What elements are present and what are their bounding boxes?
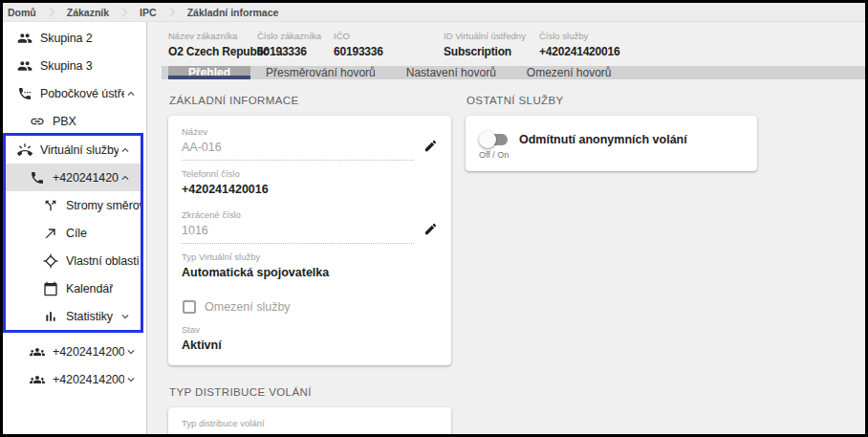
chevron-right-icon xyxy=(117,6,132,19)
edit-icon[interactable] xyxy=(423,139,438,153)
sidebar-item-label: PBX xyxy=(53,115,76,128)
field-label: Číslo služby xyxy=(539,31,620,41)
toggle-off-icon[interactable] xyxy=(481,131,508,148)
link-icon xyxy=(30,114,45,129)
field-label: Typ distribuce volání xyxy=(182,418,438,428)
ring-volume-icon xyxy=(17,142,33,158)
field-label: Typ Virtuální služby xyxy=(182,251,438,262)
tab-omezeni-hovoru[interactable]: Omezení hovorů xyxy=(511,66,627,79)
chevron-right-icon xyxy=(44,6,59,19)
breadcrumb-item-current: Základní informace xyxy=(187,7,279,18)
tab-prehled[interactable]: Přehled xyxy=(168,66,250,79)
chevron-down-icon xyxy=(119,310,132,323)
toggle-thumb xyxy=(479,131,496,148)
chevron-up-icon xyxy=(124,87,138,100)
diamond-icon xyxy=(43,253,58,269)
field-value: AA-016 xyxy=(182,141,414,160)
service-restriction-checkbox[interactable]: Omezení služby xyxy=(183,300,438,314)
distribution-card: Typ distribuce volání Strom směrování St… xyxy=(168,407,451,434)
status-value: Aktivní xyxy=(182,339,438,354)
sidebar-item-skupina-3[interactable]: Skupina 3 xyxy=(3,52,146,79)
arrow-up-right-icon xyxy=(43,226,58,241)
service-number-field: Číslo služby +420241420016 xyxy=(539,31,620,58)
field-label: IČO xyxy=(334,31,444,41)
chevron-up-icon xyxy=(119,171,132,185)
sidebar-item-label: Skupina 3 xyxy=(40,59,93,73)
sidebar-item-label: +420241420016 xyxy=(53,171,119,185)
phone-settings-icon xyxy=(17,86,33,101)
sidebar-item-label: Virtuální služby xyxy=(40,143,119,157)
name-field: Název AA-016 xyxy=(182,126,414,161)
field-value: +420241420016 xyxy=(182,183,438,202)
sidebar-item-kalendar[interactable]: Kalendář xyxy=(6,274,141,302)
app-window: Domů Zákazník IPC Základní informace Sku… xyxy=(0,0,868,437)
status-field: Stav Aktivní xyxy=(182,324,438,354)
sidebar-item-label: Stromy směrování xyxy=(66,199,141,212)
sidebar-item-cile[interactable]: Cíle xyxy=(6,219,141,247)
virtual-services-selection-outline: Virtuální služby +420241420016 Stromy sm… xyxy=(3,133,143,333)
basic-info-card: Název AA-016 Telefonní číslo +4202414200… xyxy=(168,116,451,365)
field-value: 1016 xyxy=(182,224,414,243)
distribution-section-title: TYP DISTRIBUCE VOLÁNÍ xyxy=(169,386,451,398)
checkbox-icon xyxy=(183,300,196,314)
customer-number-field: Číslo zákazníka 60193336 xyxy=(257,31,334,58)
sidebar-item-skupina-2[interactable]: Skupina 2 xyxy=(3,24,146,52)
breadcrumb-item-customer[interactable]: Zákazník xyxy=(67,7,109,18)
sidebar-item-pobockove-ustredny[interactable]: Pobočkové ústředny xyxy=(3,79,146,107)
field-value: 60193336 xyxy=(334,45,444,58)
other-services-card: Odmítnutí anonymních volání Off / On xyxy=(466,116,757,171)
group-icon xyxy=(17,58,33,74)
sidebar-item-label: +420241420019 xyxy=(53,373,124,386)
breadcrumb-item-ipc[interactable]: IPC xyxy=(140,7,157,18)
anonymous-call-rejection-label: Odmítnutí anonymních volání xyxy=(519,133,687,146)
service-type-field: Typ Virtuální služby Automatická spojova… xyxy=(182,251,438,285)
chevron-up-icon xyxy=(119,143,132,157)
basic-info-section-title: ZÁKLADNÍ INFORMACE xyxy=(169,95,451,106)
field-label: Název zákazníka xyxy=(168,31,257,41)
sidebar-item-stromy-smerovani[interactable]: Stromy směrování xyxy=(6,191,141,219)
field-value: 60193336 xyxy=(257,45,334,58)
calendar-icon xyxy=(43,281,58,296)
sidebar-item-label: +420241420018 xyxy=(53,345,124,359)
field-value: Subscription xyxy=(444,45,539,58)
phone-number-field: Telefonní číslo +420241420016 xyxy=(182,168,438,202)
call-split-icon xyxy=(43,198,58,213)
sidebar-item-label: Cíle xyxy=(66,227,87,240)
breadcrumb-item-home[interactable]: Domů xyxy=(8,7,36,18)
sidebar-item-label: Statistiky xyxy=(66,310,113,323)
main-content: Název zákazníka O2 Czech Republic … Čísl… xyxy=(147,22,865,434)
field-label: Stav xyxy=(182,324,438,335)
customer-name-field: Název zákazníka O2 Czech Republic … xyxy=(168,31,257,58)
chevron-down-icon xyxy=(124,373,138,386)
chevron-down-icon xyxy=(124,345,138,359)
field-label: ID Virtuální ústředny xyxy=(444,31,539,41)
sidebar-item-statistiky[interactable]: Statistiky xyxy=(6,302,141,330)
sidebar-item-service-420241420019[interactable]: +420241420019 xyxy=(3,365,146,393)
sidebar-item-vlastni-oblasti[interactable]: Vlastní oblasti xyxy=(6,247,141,274)
tab-nastaveni-hovoru[interactable]: Nastavení hovorů xyxy=(391,66,511,79)
sidebar-item-service-420241420018[interactable]: +420241420018 xyxy=(3,338,146,365)
field-value: O2 Czech Republic … xyxy=(168,45,257,58)
edit-icon[interactable] xyxy=(423,222,438,236)
sidebar-item-label: Kalendář xyxy=(66,282,113,295)
sidebar-item-pbx[interactable]: PBX xyxy=(3,107,146,135)
phone-icon xyxy=(30,170,45,186)
field-value: +420241420016 xyxy=(539,45,620,58)
sidebar-item-service-420241420016[interactable]: +420241420016 xyxy=(6,164,141,191)
other-services-section-title: OSTATNÍ SLUŽBY xyxy=(467,95,757,106)
ico-field: IČO 60193336 xyxy=(334,31,444,58)
short-number-field: Zkrácené číslo 1016 xyxy=(182,209,414,244)
toggle-state-label: Off / On xyxy=(479,150,744,160)
field-value: Strom směrování xyxy=(182,432,438,434)
sidebar-item-label: Skupina 2 xyxy=(40,32,93,45)
field-value: Automatická spojovatelka xyxy=(182,266,438,285)
field-label: Telefonní číslo xyxy=(182,168,438,179)
sidebar-item-virtualni-sluzby[interactable]: Virtuální služby xyxy=(6,136,141,164)
field-label: Číslo zákazníka xyxy=(257,31,334,41)
field-label: Zkrácené číslo xyxy=(182,209,414,220)
tab-presmerovani-hovoru[interactable]: Přesměrování hovorů xyxy=(250,66,391,79)
pbx-id-field: ID Virtuální ústředny Subscription xyxy=(444,31,539,58)
group-icon xyxy=(17,31,33,46)
groups-icon xyxy=(30,344,45,360)
sidebar-item-label: Vlastní oblasti xyxy=(66,254,139,268)
